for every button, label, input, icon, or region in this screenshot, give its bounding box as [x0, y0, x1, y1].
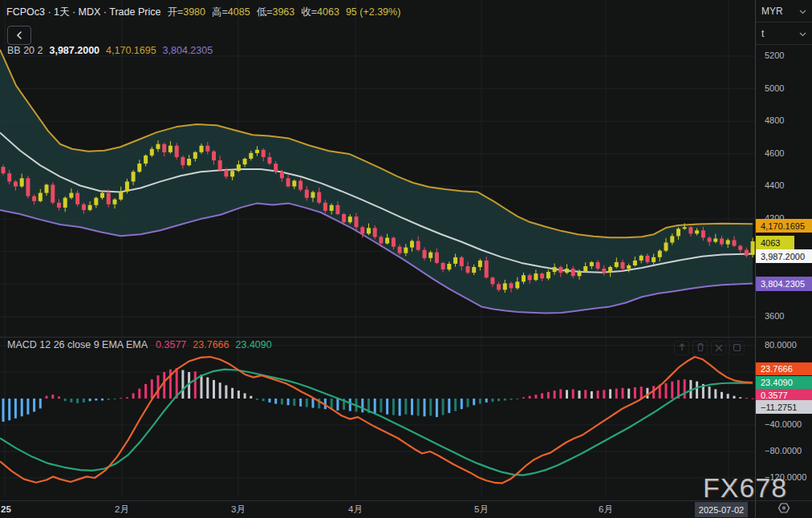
chevron-down-icon [799, 6, 806, 17]
chevron-down-icon [799, 28, 806, 39]
delete-pane-button[interactable] [692, 341, 708, 355]
macd-badge: 23.7666 [756, 362, 812, 375]
maximize-pane-button[interactable] [729, 341, 745, 355]
move-pane-up-button[interactable] [674, 341, 689, 355]
trading-chart-app: FCPOc3 · 1天 · MDX · Trade Price开=3980高=4… [0, 0, 812, 518]
macd-hist-value: 0.3577 [156, 339, 186, 350]
macd-signal-value: 23.4090 [236, 339, 272, 350]
price-tick-label: 4600 [765, 148, 784, 158]
maximize-icon [733, 342, 741, 354]
collapse-pane-button[interactable] [711, 341, 726, 355]
pane-divider[interactable] [0, 337, 812, 338]
price-badge: 3,987.2000 [756, 249, 812, 263]
time-axis-divider [0, 500, 812, 501]
macd-tick-label: 80.0000 [765, 340, 797, 350]
price-tick-label: 5200 [765, 51, 784, 60]
currency-dropdown[interactable]: MYR [756, 0, 812, 22]
change-value: 95 (+2.39%) [346, 6, 400, 18]
arrow-up-icon [677, 342, 687, 354]
price-axis-column[interactable]: MYR t 520050004800460044004200360080.000… [755, 0, 812, 518]
hexagon-target-icon [777, 502, 790, 517]
time-axis-month-label: 3月 [231, 501, 246, 518]
price-badge: 4,170.1695 [756, 219, 812, 233]
unit-value: t [761, 28, 764, 39]
bb-indicator-legend[interactable]: BB 20 23,987.20004,170.16953,804.2305 [7, 45, 213, 56]
ohlc-label: 收= [301, 6, 317, 18]
axis-settings-corner[interactable] [756, 501, 812, 518]
ohlc-value: 4063 [317, 6, 339, 18]
price-tick-label: 4800 [765, 115, 784, 125]
last-date-badge: 2025-07-02 [695, 502, 748, 517]
macd-line-value: 23.7666 [193, 339, 229, 350]
price-badge: 3,804.2305 [756, 277, 812, 291]
time-axis-month-label: 6月 [599, 501, 613, 518]
time-axis[interactable]: 25 2月3月4月5月6月 2025-07-02 [0, 501, 755, 518]
price-tick-label: 5000 [765, 83, 784, 93]
macd-pane-buttons [674, 341, 745, 355]
ohlc-value: 3963 [272, 6, 294, 18]
macd-badge: 23.4090 [756, 376, 812, 389]
time-axis-month-label: 4月 [348, 501, 363, 518]
symbol-header: FCPOc3 · 1天 · MDX · Trade Price开=3980高=4… [6, 6, 400, 19]
bb-basis-value: 3,987.2000 [49, 45, 99, 56]
macd-indicator-legend[interactable]: MACD 12 26 close 9 EMA EMA0.357723.76662… [7, 339, 272, 350]
macd-tick-label: −40.0000 [765, 419, 802, 429]
ohlc-label: 低= [257, 6, 273, 18]
macd-badge: −11.2751 [756, 400, 812, 414]
unit-dropdown[interactable]: t [756, 22, 812, 45]
ohlc-label: 开= [167, 6, 183, 18]
time-axis-month-label: 2月 [115, 501, 129, 518]
watermark: FX678 [703, 472, 787, 504]
ohlc-value: 4085 [228, 6, 250, 18]
symbol-title[interactable]: FCPOc3 · 1天 · MDX · Trade Price [6, 6, 160, 18]
chart-canvas[interactable] [0, 0, 755, 518]
bb-upper-value: 4,170.1695 [106, 45, 156, 56]
macd-tick-label: −80.0000 [765, 446, 802, 455]
chevron-left-icon [16, 30, 22, 42]
macd-title: MACD 12 26 close 9 EMA EMA [7, 339, 148, 350]
currency-value: MYR [761, 6, 783, 17]
bb-title: BB 20 2 [7, 45, 43, 56]
price-badge: 4063 [756, 236, 794, 249]
price-tick-label: 4400 [765, 180, 784, 190]
time-axis-year-label: 25 [1, 501, 11, 518]
ohlc-values: 开=3980高=4085低=3963收=4063 [160, 6, 339, 18]
macd-badge: 0.3577 [756, 389, 812, 401]
ohlc-label: 高= [212, 6, 228, 18]
close-icon [715, 342, 723, 354]
time-axis-month-label: 5月 [474, 501, 489, 518]
price-tick-label: 3600 [765, 311, 784, 321]
trash-icon [696, 342, 705, 354]
back-button[interactable] [7, 26, 31, 45]
bb-lower-value: 3,804.2305 [163, 45, 213, 56]
ohlc-value: 3980 [183, 6, 205, 18]
